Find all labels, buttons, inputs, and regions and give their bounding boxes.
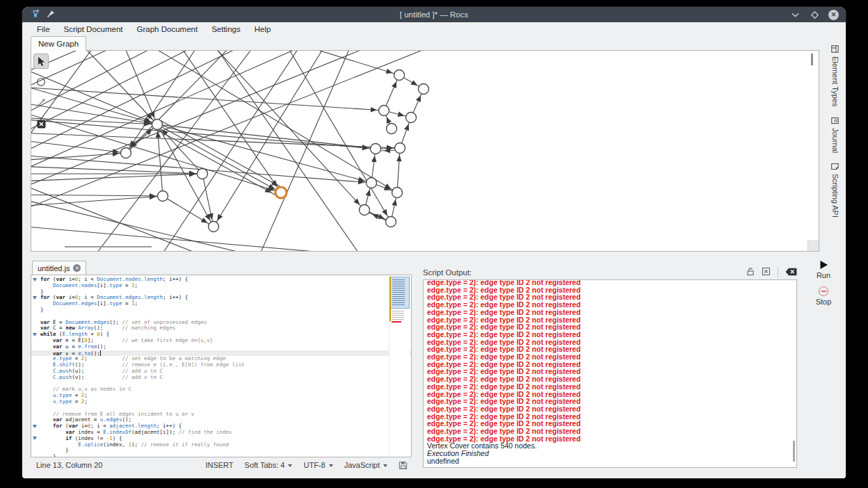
add-node-tool[interactable] [33, 74, 49, 90]
lock-output-icon[interactable] [746, 266, 755, 279]
graph-node-selected[interactable] [275, 187, 287, 198]
pin-icon[interactable] [47, 8, 55, 21]
minimap-viewport[interactable] [389, 277, 410, 309]
fold-margin[interactable] [31, 368, 40, 375]
graph-node[interactable] [392, 188, 403, 198]
fold-arrow-icon[interactable] [33, 296, 37, 300]
close-tab-icon[interactable]: ✕ [73, 264, 81, 272]
graph-canvas[interactable] [31, 50, 819, 252]
tab-untitled-js[interactable]: untitled.js ✕ [32, 261, 86, 275]
fold-margin[interactable] [31, 338, 40, 344]
canvas-vertical-scrollbar[interactable] [811, 54, 813, 65]
graph-node[interactable] [209, 222, 219, 232]
tab-new-graph[interactable]: New Graph [31, 36, 86, 51]
code-line[interactable]: u.type = 2; [31, 393, 411, 399]
graph-node[interactable] [387, 124, 397, 134]
graph-node[interactable] [406, 113, 417, 123]
graph-node[interactable] [379, 106, 389, 116]
canvas-horizontal-scrollbar[interactable] [65, 246, 152, 247]
code-area[interactable]: for (var i=0; i < Document.nodes.length;… [31, 275, 412, 457]
code-line[interactable]: Document.edges[i].type = 1; [31, 301, 411, 307]
fold-margin[interactable] [31, 277, 40, 283]
fold-margin[interactable] [31, 295, 40, 301]
menu-item-settings[interactable]: Settings [205, 24, 247, 35]
fold-margin[interactable] [31, 344, 40, 350]
tab-settings-dropdown[interactable]: Soft Tabs: 4 [245, 461, 293, 469]
save-icon[interactable] [399, 461, 408, 470]
backspace-clear-icon[interactable] [785, 266, 797, 279]
fold-margin[interactable] [31, 332, 40, 338]
fold-margin[interactable] [31, 325, 40, 332]
fold-margin[interactable] [31, 423, 40, 430]
insert-mode[interactable]: INSERT [205, 461, 233, 469]
fold-arrow-icon[interactable] [33, 425, 37, 428]
code-line[interactable]: E.splice(index, 1); // remove it if real… [31, 442, 411, 448]
fold-margin[interactable] [31, 412, 40, 418]
graph-node[interactable] [198, 169, 208, 179]
graph-node[interactable] [419, 84, 429, 95]
menu-item-script-document[interactable]: Script Document [58, 24, 129, 35]
graph-node[interactable] [121, 148, 131, 158]
clear-screen-icon[interactable] [762, 266, 771, 279]
fold-margin[interactable] [31, 356, 40, 362]
fold-margin[interactable] [31, 448, 40, 454]
graph-node[interactable] [367, 178, 377, 188]
fold-margin[interactable] [31, 399, 40, 405]
sidebar-tab-element-types[interactable]: Element Types [828, 45, 842, 107]
graph-node[interactable] [395, 143, 405, 154]
fold-margin[interactable] [31, 283, 40, 289]
fold-margin[interactable] [31, 289, 40, 295]
fold-arrow-icon[interactable] [33, 278, 37, 282]
add-edge-tool[interactable] [33, 95, 49, 111]
menu-item-graph-document[interactable]: Graph Document [131, 24, 204, 35]
language-dropdown[interactable]: JavaScript [344, 461, 387, 469]
graph-node[interactable] [158, 191, 168, 202]
fold-margin[interactable] [31, 430, 40, 436]
code-line[interactable]: v.type = 2; [31, 399, 411, 405]
encoding-dropdown[interactable]: UTF-8 [303, 461, 332, 469]
minimap-scrollbar[interactable] [389, 277, 410, 455]
fold-arrow-icon[interactable] [33, 333, 37, 336]
code-line[interactable]: C.push(v); // add v to C [31, 375, 411, 381]
graph-node[interactable] [386, 217, 396, 227]
graph-node[interactable] [394, 70, 405, 81]
run-button[interactable]: Run [804, 260, 843, 279]
output-scrollbar[interactable] [793, 441, 795, 462]
fold-margin[interactable] [31, 314, 40, 320]
menu-item-help[interactable]: Help [248, 24, 278, 35]
code-line[interactable]: Document.nodes[i].type = 1; [31, 283, 411, 289]
fold-margin[interactable] [31, 362, 40, 368]
sidebar-tab-journal[interactable]: Journal [828, 117, 842, 153]
fold-margin[interactable] [31, 393, 40, 399]
fold-margin[interactable] [31, 301, 40, 307]
code-line[interactable]: // mark u,v as nodes in C [31, 387, 411, 393]
titlebar[interactable]: [ untitled ]* — Rocs ✕ [22, 7, 846, 22]
graph-node[interactable] [371, 144, 381, 154]
minimize-button[interactable] [789, 9, 801, 20]
fold-margin[interactable] [31, 375, 40, 381]
fold-margin[interactable] [31, 387, 40, 393]
fold-margin[interactable] [31, 381, 40, 387]
fold-margin[interactable] [31, 350, 40, 357]
fold-margin[interactable] [31, 307, 40, 314]
delete-tool[interactable] [33, 116, 49, 131]
graph-node[interactable] [152, 120, 163, 130]
menu-item-file[interactable]: File [31, 24, 56, 35]
fold-margin[interactable] [31, 442, 40, 448]
select-tool[interactable] [33, 54, 49, 69]
fold-margin[interactable] [31, 320, 40, 326]
close-button[interactable]: ✕ [828, 10, 839, 20]
code-line[interactable]: } [31, 307, 411, 314]
stop-button[interactable]: Stop [804, 286, 843, 306]
fold-margin[interactable] [31, 436, 40, 442]
fold-arrow-icon[interactable] [33, 437, 37, 440]
script-output-console[interactable]: edge.type = 2): edge type ID 2 not regis… [423, 279, 797, 468]
graph-node[interactable] [360, 205, 370, 215]
fold-margin[interactable] [31, 405, 40, 412]
maximize-button[interactable] [809, 9, 820, 20]
code-line[interactable]: } [31, 448, 411, 454]
sidebar-tab-scripting-api[interactable]: Scripting API [828, 163, 842, 218]
cursor-position[interactable]: Line 13, Column 20 [31, 461, 102, 469]
code-line[interactable]: var u = e.from(); [31, 344, 411, 350]
fold-margin[interactable] [31, 417, 40, 423]
